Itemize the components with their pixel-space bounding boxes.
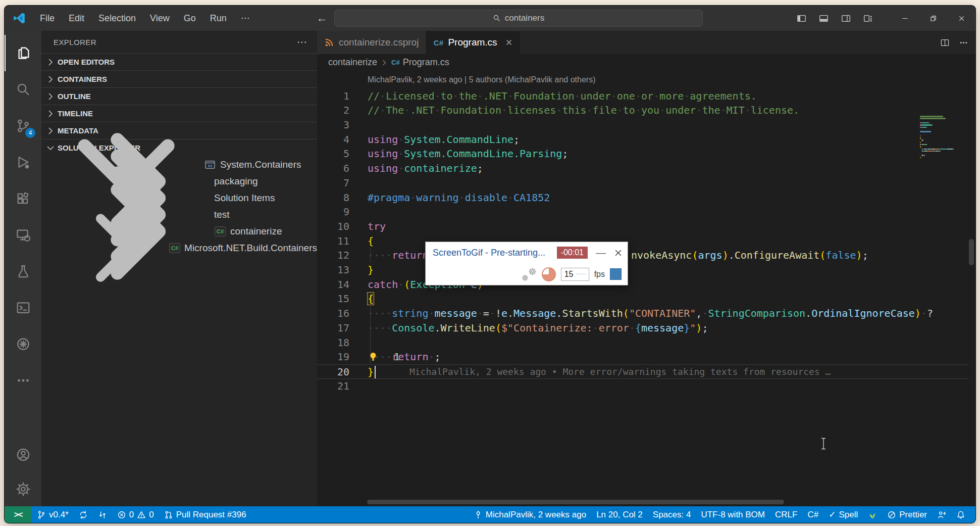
code-line-8[interactable]: 8#pragma·warning·disable·CA1852 xyxy=(317,190,968,205)
chevR-icon xyxy=(45,57,56,67)
menu-go[interactable]: Go xyxy=(178,11,202,26)
breadcrumb-item[interactable]: Program.cs xyxy=(403,57,449,68)
menu-selection[interactable]: Selection xyxy=(92,11,142,26)
activity-search[interactable] xyxy=(5,71,41,108)
activity-testing[interactable] xyxy=(5,253,41,290)
account-icon xyxy=(16,447,31,462)
fps-input[interactable]: 15 xyxy=(561,268,589,281)
code-line-18[interactable]: 18 xyxy=(317,336,968,350)
menu-[interactable]: ⋯ xyxy=(235,10,256,26)
status-eol[interactable]: CRLF xyxy=(770,506,802,523)
code-line-6[interactable]: 6using·containerize; xyxy=(317,161,968,176)
menu-run[interactable]: Run xyxy=(204,11,233,26)
codelens-authors[interactable]: MichalPavlik, 2 weeks ago | 5 authors (M… xyxy=(368,75,595,84)
status-spell[interactable]: ✓Spell xyxy=(823,506,863,523)
vscode-logo-icon xyxy=(13,12,26,25)
activity-explorer[interactable] xyxy=(5,35,41,71)
remote-indicator[interactable]: >< xyxy=(5,506,32,523)
sync-icon xyxy=(79,510,88,519)
status-problems[interactable]: 00 xyxy=(112,506,159,523)
code-line-19[interactable]: 19····return·1; xyxy=(317,350,968,364)
code-line-21[interactable]: 21 xyxy=(317,379,968,394)
screentogif-close-button[interactable] xyxy=(614,249,623,257)
mouse-cursor xyxy=(820,438,827,450)
code-line-20[interactable]: 20}MichalPavlik, 2 weeks ago • More erro… xyxy=(317,364,968,379)
menu-edit[interactable]: Edit xyxy=(63,11,90,26)
command-center-search[interactable]: containers xyxy=(334,10,703,27)
status-language[interactable]: C# xyxy=(802,506,823,523)
status-pull-request[interactable]: Pull Request #396 xyxy=(159,506,251,523)
code-line-9[interactable]: 9 xyxy=(317,205,968,219)
check-icon: ✓ xyxy=(829,509,836,520)
status-sync[interactable] xyxy=(74,506,93,523)
activity-remote-explorer[interactable] xyxy=(5,217,41,253)
code-line-11[interactable]: 11{ xyxy=(317,234,968,249)
code-line-2[interactable]: 2//·The·.NET·Foundation·licenses·this·fi… xyxy=(317,103,968,118)
activity-run-debug[interactable] xyxy=(5,144,41,180)
toggle-secondary-sidebar-button[interactable] xyxy=(837,10,854,27)
status-blame-author[interactable]: MichalPavlik, 2 weeks ago xyxy=(469,506,591,523)
screentogif-minimize-button[interactable]: — xyxy=(593,247,609,259)
status-notifications[interactable] xyxy=(951,506,970,523)
close-tab-icon[interactable] xyxy=(505,38,513,46)
activity-settings[interactable] xyxy=(5,472,41,506)
activity-extensions[interactable] xyxy=(5,180,41,217)
fps-slider-track xyxy=(576,274,585,274)
code-line-7[interactable]: 7 xyxy=(317,176,968,190)
line-number: 14 xyxy=(321,277,349,292)
breadcrumb-separator-icon xyxy=(380,59,388,67)
sidebar-more-actions-button[interactable]: ⋯ xyxy=(297,36,308,48)
section-containers[interactable]: CONTAINERS xyxy=(41,70,317,87)
horizontal-scrollbar[interactable] xyxy=(367,500,784,504)
menu-view[interactable]: View xyxy=(144,11,176,26)
restore-button[interactable] xyxy=(919,6,947,31)
activity-panel-terminal[interactable] xyxy=(5,290,41,326)
code-line-3[interactable]: 3 xyxy=(317,118,968,132)
status-prettier[interactable]: Prettier xyxy=(882,506,932,523)
code-line-13[interactable]: 13} xyxy=(317,263,968,277)
code-line-1[interactable]: 1//·Licensed·to·the·.NET·Foundation·unde… xyxy=(317,89,968,104)
split-editor-button[interactable] xyxy=(940,38,950,47)
status-plant[interactable] xyxy=(863,506,882,523)
code-line-14[interactable]: 14catch·(Exception·e) xyxy=(317,277,968,292)
section-open-editors[interactable]: OPEN EDITORS xyxy=(41,53,317,70)
minimize-button[interactable] xyxy=(891,6,919,31)
chevR-icon xyxy=(45,74,56,84)
status-git-compare[interactable] xyxy=(93,506,112,523)
record-region-button[interactable] xyxy=(610,268,622,280)
customize-layout-button[interactable] xyxy=(859,10,876,27)
code-line-4[interactable]: 4using·System.CommandLine; xyxy=(317,132,968,147)
breadcrumb: containerizeC#Program.cs xyxy=(317,54,975,71)
activity-source-control[interactable]: 4 xyxy=(5,108,41,144)
menu-file[interactable]: File xyxy=(34,11,61,26)
status-indentation[interactable]: Spaces: 4 xyxy=(648,506,696,523)
activity-more-views[interactable] xyxy=(5,362,41,399)
vertical-scrollbar[interactable] xyxy=(969,239,974,265)
close-window-button[interactable] xyxy=(947,6,975,31)
back-button[interactable]: ← xyxy=(317,12,328,25)
status-branch[interactable]: v0.4* xyxy=(32,506,74,523)
code-line-5[interactable]: 5using·System.CommandLine.Parsing; xyxy=(317,147,968,161)
code-line-12[interactable]: 12····returnnvokeAsync(args).ConfigureAw… xyxy=(317,248,968,263)
line-number: 17 xyxy=(321,321,349,336)
line-number: 21 xyxy=(321,379,349,394)
breadcrumb-item[interactable]: containerize xyxy=(328,57,377,68)
leaf-icon xyxy=(868,510,877,519)
status-cursor-position[interactable]: Ln 20, Col 2 xyxy=(591,506,648,523)
code-line-10[interactable]: 10try xyxy=(317,219,968,234)
tab-program-cs[interactable]: C#Program.cs xyxy=(426,31,520,54)
code-line-17[interactable]: 17····Console.WriteLine($"Containerize:·… xyxy=(317,321,968,336)
editor-more-actions-button[interactable] xyxy=(959,38,968,47)
code-line-15[interactable]: 15{ xyxy=(317,292,968,306)
toggle-primary-sidebar-button[interactable] xyxy=(793,10,810,27)
tab-containerize-csproj[interactable]: containerize.csproj xyxy=(317,31,426,54)
activity-accounts[interactable] xyxy=(5,438,41,472)
lightbulb-icon[interactable] xyxy=(368,352,378,362)
toggle-panel-button[interactable] xyxy=(815,10,832,27)
status-feedback[interactable] xyxy=(932,506,951,523)
activity-extension-circle[interactable] xyxy=(5,326,41,362)
minimap[interactable] xyxy=(920,114,966,195)
code-line-16[interactable]: 16····string·message·=·!e.Message.Starts… xyxy=(317,306,968,321)
screentogif-settings-icon[interactable] xyxy=(522,267,537,281)
status-encoding[interactable]: UTF-8 with BOM xyxy=(696,506,770,523)
